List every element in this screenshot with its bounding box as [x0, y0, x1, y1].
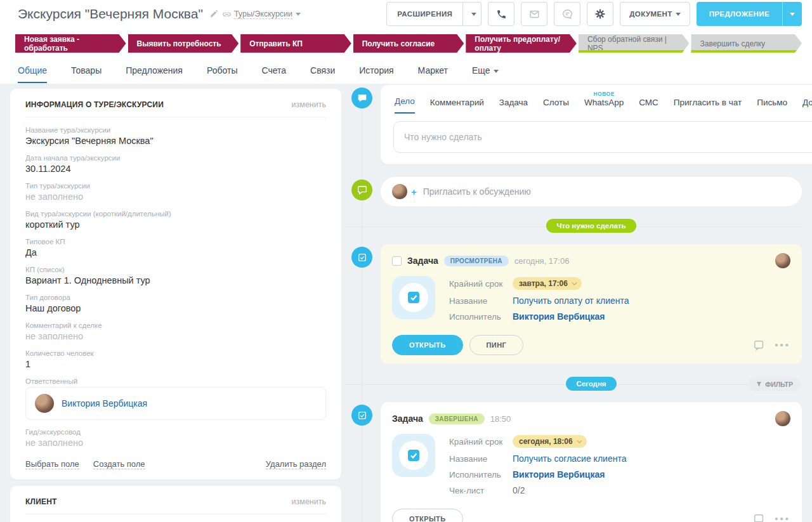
- open-task-button[interactable]: ОТКРЫТЬ: [392, 509, 463, 522]
- tab-products[interactable]: Товары: [71, 65, 102, 83]
- responsible-user-link[interactable]: Виктория Вербицкая: [62, 398, 147, 408]
- invite-label: Пригласить к обсуждению: [423, 186, 531, 197]
- timeline-tab-sms[interactable]: СМС: [639, 98, 658, 114]
- pipeline-stage[interactable]: Получить предоплату/оплату: [466, 34, 577, 53]
- call-button[interactable]: [488, 2, 514, 26]
- funnel-icon: [756, 381, 762, 388]
- edit-title-icon[interactable]: [209, 10, 218, 18]
- note-icon[interactable]: [754, 340, 764, 351]
- pipeline-stage[interactable]: Завершить сделку: [691, 34, 802, 53]
- tab-robots[interactable]: Роботы: [207, 65, 237, 83]
- extensions-button[interactable]: РАСШИРЕНИЯ: [386, 2, 481, 26]
- name-label: Название: [449, 296, 513, 306]
- ping-button[interactable]: ПИНГ: [469, 335, 524, 355]
- assignee-label: Исполнитель: [449, 470, 513, 480]
- tab-market[interactable]: Маркет: [418, 65, 448, 83]
- pipeline-stage[interactable]: Получить согласие: [353, 34, 464, 53]
- edit-section-link[interactable]: изменить: [292, 497, 326, 506]
- proposal-dropdown-button[interactable]: [783, 2, 802, 26]
- field-value[interactable]: Да: [25, 247, 326, 258]
- pipeline-stage[interactable]: Новая заявка - обработать: [15, 34, 126, 53]
- tab-quotes[interactable]: Предложения: [126, 65, 183, 83]
- edit-section-link[interactable]: изменить: [292, 100, 326, 109]
- more-actions-icon[interactable]: •••: [775, 516, 790, 521]
- assignee-link[interactable]: Виктория Вербицкая: [513, 311, 605, 322]
- field-value[interactable]: Наш договор: [25, 303, 326, 313]
- field-value[interactable]: короткий тур: [25, 219, 326, 230]
- field-value[interactable]: Вариант 1. Однодневный тур: [25, 275, 326, 285]
- field-label: Комментарий к сделке: [25, 322, 326, 329]
- open-task-button[interactable]: ОТКРЫТЬ: [392, 335, 463, 355]
- tab-history[interactable]: История: [359, 65, 393, 83]
- chat-button[interactable]: [554, 2, 580, 26]
- timeline-tab-delivery[interactable]: Доставка: [802, 98, 812, 114]
- field-value[interactable]: не заполнено: [25, 192, 326, 202]
- field-value[interactable]: не заполнено: [25, 438, 326, 448]
- deal-category-selector[interactable]: Туры/Экскурсии: [234, 10, 292, 19]
- timeline-tab-whatsapp[interactable]: НОВОЕWhatsApp: [584, 98, 624, 114]
- comment-icon: [351, 88, 372, 108]
- deadline-label: Крайний срок: [449, 279, 513, 289]
- task-icon: [351, 405, 372, 426]
- proposal-button-label[interactable]: ПРЕДЛОЖЕНИЕ: [697, 2, 783, 26]
- name-label: Название: [449, 454, 513, 464]
- field-value[interactable]: не заполнено: [25, 331, 326, 341]
- checklist-label: Чек-лист: [449, 486, 513, 495]
- pipeline-stage[interactable]: Сбор обратной связи | NPS: [579, 34, 690, 53]
- field-value[interactable]: 1: [25, 359, 326, 369]
- pipeline-stage-bar: Новая заявка - обработать Выявить потреб…: [0, 28, 812, 55]
- avatar: [775, 411, 790, 426]
- deal-tabs: Общие Товары Предложения Роботы Счета Св…: [0, 55, 812, 83]
- invite-to-discussion[interactable]: + Пригласить к обсуждению: [381, 177, 802, 206]
- email-button[interactable]: [521, 2, 547, 26]
- task-time: 18:50: [490, 414, 511, 424]
- plus-icon: +: [411, 186, 417, 197]
- task-name-link[interactable]: Получить оплату от клиента: [513, 296, 629, 306]
- planned-divider-pill[interactable]: Что нужно сделать: [546, 219, 636, 233]
- task-name-link[interactable]: Получить согласие клиента: [513, 453, 626, 464]
- timeline-tab-activity[interactable]: Дело: [395, 96, 415, 114]
- chevron-down-icon: [471, 13, 476, 16]
- chevron-down-icon: [790, 13, 795, 16]
- pipeline-stage[interactable]: Отправить КП: [240, 34, 351, 53]
- timeline-tab-email[interactable]: Письмо: [757, 98, 787, 114]
- task-complete-checkbox[interactable]: [392, 256, 402, 266]
- avatar: [392, 184, 407, 199]
- timeline-tab-slots[interactable]: Слоты: [543, 98, 569, 114]
- note-icon[interactable]: [754, 514, 764, 522]
- task-icon: [351, 247, 372, 268]
- document-button[interactable]: ДОКУМЕНТ: [620, 2, 690, 26]
- pipeline-stage[interactable]: Выявить потребность: [128, 34, 239, 53]
- extensions-dropdown-button[interactable]: [462, 2, 481, 26]
- field-row: Типовое КП Да: [25, 238, 326, 258]
- link-icon[interactable]: [222, 10, 232, 19]
- tab-general[interactable]: Общие: [18, 65, 47, 83]
- section-title: ИНФОРМАЦИЯ О ТУРЕ/ЭКСКУРСИИ: [25, 100, 164, 109]
- avatar: [35, 394, 54, 413]
- extensions-button-label[interactable]: РАСШИРЕНИЯ: [386, 2, 462, 26]
- more-actions-icon[interactable]: •••: [775, 343, 790, 348]
- timeline-tab-invite-chat[interactable]: Пригласить в чат: [674, 98, 742, 114]
- field-value[interactable]: 30.11.2024: [25, 164, 326, 174]
- field-value[interactable]: Экскурсия "Вечерняя Москва": [25, 136, 326, 146]
- field-row: Тип договора Наш договор: [25, 294, 326, 313]
- new-badge: НОВОЕ: [593, 91, 614, 97]
- today-divider-pill: Сегодня: [566, 377, 616, 391]
- chevron-down-icon: [676, 13, 681, 16]
- select-field-link[interactable]: Выбрать поле: [25, 459, 79, 469]
- filter-button[interactable]: ФИЛЬТР: [749, 377, 801, 391]
- timeline-tab-comment[interactable]: Комментарий: [430, 98, 484, 114]
- assignee-link[interactable]: Виктория Вербицкая: [513, 469, 605, 480]
- delete-section-link[interactable]: Удалить раздел: [266, 459, 326, 469]
- tab-more[interactable]: Еще: [472, 65, 499, 83]
- deadline-value[interactable]: сегодня, 18:06: [513, 435, 587, 448]
- settings-gear-button[interactable]: [587, 2, 613, 26]
- composer-input[interactable]: [404, 132, 812, 142]
- tab-links[interactable]: Связи: [310, 65, 335, 83]
- timeline-composer-card: Дело Комментарий Задача Слоты НОВОЕWhats…: [381, 85, 812, 164]
- timeline-tab-task[interactable]: Задача: [499, 98, 528, 114]
- proposal-button[interactable]: ПРЕДЛОЖЕНИЕ: [697, 2, 802, 26]
- deadline-value[interactable]: завтра, 17:06: [513, 277, 582, 290]
- create-field-link[interactable]: Создать поле: [93, 459, 145, 469]
- tab-invoices[interactable]: Счета: [261, 65, 286, 83]
